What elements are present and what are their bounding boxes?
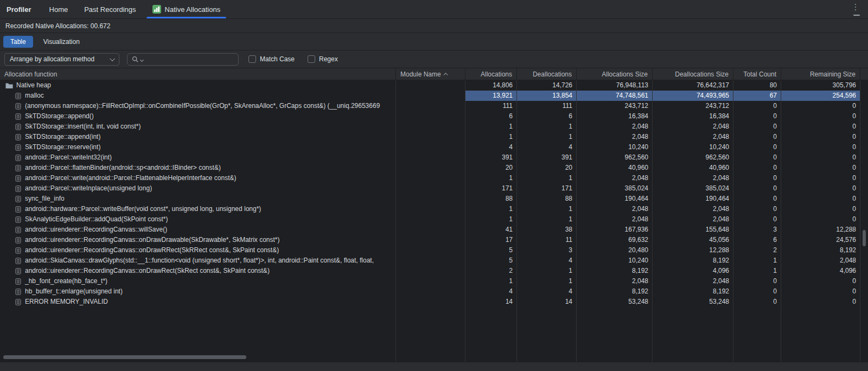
allocations-cell: 5 — [465, 245, 517, 255]
tab-table[interactable]: Table — [3, 36, 33, 48]
allocations-cell: 1 — [465, 276, 517, 286]
profiler-window: Profiler Home Past Recordings Native All… — [0, 0, 868, 371]
allocations-size-cell: 10,240 — [577, 142, 653, 152]
module-name-cell — [396, 101, 465, 111]
table-row[interactable]: SkTDStorage::reserve(int)4410,24010,2400… — [0, 142, 868, 152]
arrange-dropdown[interactable]: Arrange by allocation method — [4, 53, 119, 66]
table-row[interactable]: android::Parcel::write(android::Parcel::… — [0, 173, 868, 183]
column-header-label: Allocations — [481, 71, 512, 78]
table-row[interactable]: android::uirenderer::RecordingCanvas::on… — [0, 245, 868, 255]
remaining-size-cell: 0 — [781, 173, 860, 183]
deallocations-cell: 38 — [517, 225, 577, 235]
column-header-allocations[interactable]: Allocations — [465, 68, 517, 80]
table-row[interactable]: ERROR MEMORY_INVALID141453,24853,24800 — [0, 297, 868, 307]
allocation-function-cell: android::Parcel::flattenBinder(android::… — [0, 163, 396, 173]
function-icon — [15, 124, 22, 130]
tab-home[interactable]: Home — [41, 0, 76, 18]
column-header-allocation-function[interactable]: Allocation function — [0, 68, 396, 80]
module-name-cell — [396, 80, 465, 91]
allocation-function-label: SkAnalyticEdgeBuilder::addQuad(SkPoint c… — [25, 214, 168, 225]
table-row[interactable]: SkTDStorage::append(int)112,0482,04800 — [0, 132, 868, 142]
allocation-function-label: SkTDStorage::reserve(int) — [25, 142, 100, 152]
allocation-function-cell: _hb_font_create(hb_face_t*) — [0, 276, 396, 286]
allocations-size-cell: 8,192 — [577, 286, 653, 297]
table-row[interactable]: android::Parcel::writeInplace(unsigned l… — [0, 183, 868, 194]
allocations-size-cell: 2,048 — [577, 132, 653, 142]
allocations-size-cell: 2,048 — [577, 276, 653, 286]
match-case-checkbox[interactable] — [248, 55, 256, 63]
tab-visualization[interactable]: Visualization — [36, 36, 87, 48]
function-icon — [15, 258, 22, 264]
remaining-size-cell: 0 — [781, 286, 860, 297]
table-row[interactable]: android::uirenderer::RecordingCanvas::on… — [0, 266, 868, 276]
module-name-cell — [396, 152, 465, 163]
function-icon — [15, 237, 22, 244]
column-header-module-name[interactable]: Module Name — [396, 68, 465, 80]
allocations-size-cell: 2,048 — [577, 214, 653, 225]
deallocations-cell: 1 — [517, 266, 577, 276]
regex-checkbox[interactable] — [308, 55, 315, 63]
function-icon — [15, 299, 22, 305]
remaining-size-cell: 0 — [781, 121, 860, 132]
vertical-scrollbar-thumb[interactable] — [863, 230, 866, 246]
column-header-total-count[interactable]: Total Count — [733, 68, 781, 80]
function-icon — [15, 289, 22, 295]
deallocations-cell: 1 — [517, 204, 577, 214]
deallocations-cell: 391 — [517, 152, 577, 163]
table-row[interactable]: android::Parcel::writeInt32(int)39139196… — [0, 152, 868, 163]
function-icon — [15, 175, 22, 182]
column-header-deallocations[interactable]: Deallocations — [517, 68, 577, 80]
function-icon — [15, 93, 22, 99]
module-name-cell — [396, 297, 465, 307]
deallocations-size-cell: 2,048 — [653, 276, 733, 286]
module-name-cell — [396, 173, 465, 183]
table-body: Native heap14,80614,72676,948,11376,642,… — [0, 80, 868, 362]
table-row[interactable]: android::SkiaCanvas::drawGlyphs(std::__1… — [0, 255, 868, 266]
table-row[interactable]: Native heap14,80614,72676,948,11376,642,… — [0, 80, 868, 91]
function-icon — [15, 113, 22, 120]
allocations-cell: 1 — [465, 204, 517, 214]
table-row[interactable]: SkTDStorage::append()6616,38416,38400 — [0, 111, 868, 121]
column-header-remaining-size[interactable]: Remaining Size — [781, 68, 860, 80]
table-row[interactable]: SkAnalyticEdgeBuilder::addQuad(SkPoint c… — [0, 214, 868, 225]
horizontal-scrollbar-thumb[interactable] — [3, 355, 246, 359]
allocations-size-cell: 69,632 — [577, 235, 653, 245]
table-row[interactable]: (anonymous namespace)::FillRectOpImpl::o… — [0, 101, 868, 111]
function-icon — [15, 247, 22, 254]
deallocations-size-cell: 16,384 — [653, 111, 733, 121]
allocation-function-cell: android::uirenderer::RecordingCanvas::on… — [0, 235, 396, 245]
kebab-menu-icon[interactable]: ⋮ — [851, 2, 860, 12]
module-name-cell — [396, 214, 465, 225]
table-row[interactable]: _hb_font_create(hb_face_t*)112,0482,0480… — [0, 276, 868, 286]
allocation-function-label: ERROR MEMORY_INVALID — [25, 297, 108, 307]
hide-panel-icon[interactable] — [853, 15, 860, 16]
allocations-cell: 111 — [465, 101, 517, 111]
column-header-deallocations-size[interactable]: Deallocations Size — [653, 68, 733, 80]
column-header-label: Deallocations — [533, 71, 572, 78]
function-icon — [15, 186, 22, 192]
table-row[interactable]: android::hardware::Parcel::writeBuffer(v… — [0, 204, 868, 214]
deallocations-size-cell: 962,560 — [653, 152, 733, 163]
table-row[interactable]: SkTDStorage::insert(int, int, void const… — [0, 121, 868, 132]
function-icon — [15, 278, 22, 285]
table-row[interactable]: android::Parcel::flattenBinder(android::… — [0, 163, 868, 173]
search-input[interactable] — [145, 55, 234, 63]
bottom-strip — [0, 362, 868, 371]
column-header-label: Allocation function — [4, 71, 57, 78]
allocation-function-cell: android::uirenderer::RecordingCanvas::on… — [0, 245, 396, 255]
table-row[interactable]: android::uirenderer::RecordingCanvas::on… — [0, 235, 868, 245]
remaining-size-cell: 0 — [781, 214, 860, 225]
tab-past-recordings[interactable]: Past Recordings — [76, 0, 144, 18]
column-header-allocations-size[interactable]: Allocations Size — [577, 68, 653, 80]
table-row[interactable]: malloc13,92113,85474,748,56174,493,96567… — [0, 91, 868, 101]
table-row[interactable]: sync_file_info8888190,464190,46400 — [0, 194, 868, 204]
module-name-cell — [396, 235, 465, 245]
tab-native-allocations[interactable]: Native Allocations — [144, 0, 229, 18]
remaining-size-cell: 0 — [781, 204, 860, 214]
table-row[interactable]: android::uirenderer::RecordingCanvas::wi… — [0, 225, 868, 235]
allocation-function-cell: android::hardware::Parcel::writeBuffer(v… — [0, 204, 396, 214]
search-field[interactable] — [127, 53, 239, 66]
table-row[interactable]: hb_buffer_t::enlarge(unsigned int)448,19… — [0, 286, 868, 297]
remaining-size-cell: 0 — [781, 183, 860, 194]
allocation-function-cell: SkAnalyticEdgeBuilder::addQuad(SkPoint c… — [0, 214, 396, 225]
